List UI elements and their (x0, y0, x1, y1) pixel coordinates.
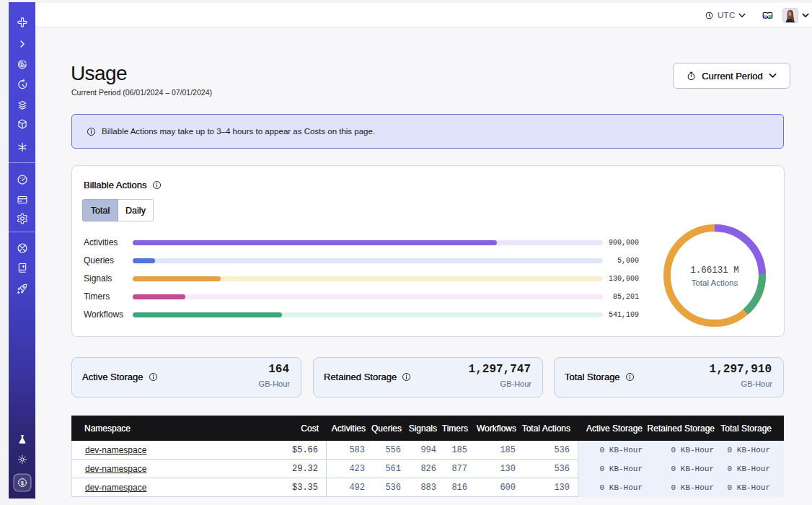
svg-text:$: $ (21, 480, 24, 486)
